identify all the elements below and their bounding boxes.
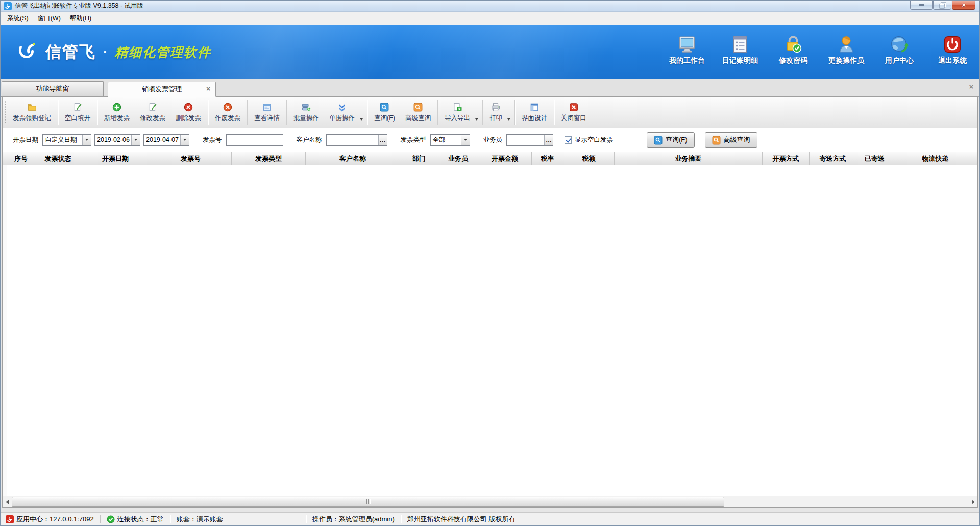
- column-header-logistics[interactable]: 物流快递: [893, 152, 977, 165]
- column-header-tax-amount[interactable]: 税额: [564, 152, 615, 165]
- tab-sales-invoice-mgmt[interactable]: 销项发票管理 ×: [108, 82, 216, 97]
- delete-circle-icon: [184, 103, 193, 112]
- toolbar-doc-ops-button[interactable]: 单据操作: [324, 98, 360, 127]
- status-separator: [100, 515, 101, 523]
- brand-dot: ·: [103, 44, 108, 60]
- toolbar-separator: [247, 100, 248, 125]
- show-blank-checkbox[interactable]: [565, 136, 572, 144]
- date-from-combobox[interactable]: 2019-02-06: [94, 134, 140, 146]
- invoice-type-dropdown-button[interactable]: [461, 135, 470, 145]
- customer-picker: …: [326, 134, 387, 146]
- column-header-sent[interactable]: 已寄送: [856, 152, 893, 165]
- banner-action-change-password[interactable]: 修改密码: [773, 35, 813, 65]
- banner-action-user-center[interactable]: 用户中心: [879, 35, 919, 65]
- doc-ops-dropdown-arrow[interactable]: [360, 98, 365, 127]
- invoice-type-combobox[interactable]: 全部: [430, 134, 470, 146]
- column-header-tax-rate[interactable]: 税率: [532, 152, 564, 165]
- column-header-seq[interactable]: 序号: [7, 152, 35, 165]
- monitor-icon: [677, 35, 697, 54]
- tabstrip-close-icon[interactable]: ×: [969, 82, 973, 91]
- restore-icon: [940, 3, 945, 7]
- advanced-query-button[interactable]: 高级查询: [705, 132, 757, 148]
- toolbar-query-button[interactable]: 查询(F): [369, 98, 400, 127]
- customer-input[interactable]: [327, 135, 378, 145]
- app-logo-icon: [4, 2, 12, 10]
- column-header-issue-method[interactable]: 开票方式: [763, 152, 810, 165]
- column-header-salesman[interactable]: 业务员: [438, 152, 478, 165]
- banner-action-exit[interactable]: 退出系统: [933, 35, 972, 65]
- close-icon: ×: [962, 2, 966, 8]
- toolbar-close-window-button[interactable]: 关闭窗口: [556, 98, 592, 127]
- salesman-lookup-button[interactable]: …: [544, 135, 553, 145]
- column-header-customer[interactable]: 客户名称: [306, 152, 400, 165]
- salesman-input[interactable]: [507, 135, 544, 145]
- restore-button[interactable]: [933, 1, 951, 10]
- tab-close-icon[interactable]: ×: [206, 85, 210, 92]
- folder-icon: [28, 103, 37, 112]
- invoice-no-label: 发票号: [203, 136, 222, 145]
- column-header-summary[interactable]: 业务摘要: [615, 152, 763, 165]
- detail-pane-icon: [262, 103, 272, 112]
- date-mode-dropdown-button[interactable]: [82, 135, 91, 145]
- date-to-dropdown-button[interactable]: [180, 135, 189, 145]
- banner-action-switch-operator[interactable]: 更换操作员: [826, 35, 866, 65]
- banner: 信管飞 · 精细化管理软件 我的工作台: [1, 25, 979, 79]
- toolbar-edit-invoice-button[interactable]: 修改发票: [135, 98, 170, 127]
- table-body[interactable]: [3, 165, 977, 496]
- import-export-dropdown-arrow[interactable]: [475, 98, 481, 127]
- scroll-left-button[interactable]: [3, 496, 12, 507]
- toolbar-import-export-button[interactable]: 导入导出: [439, 98, 475, 127]
- window-controls: ×: [910, 1, 975, 10]
- column-header-invoice-status[interactable]: 发票状态: [35, 152, 81, 165]
- column-header-invoice-no[interactable]: 发票号: [150, 152, 232, 165]
- invoice-no-input[interactable]: [226, 134, 283, 146]
- tab-function-nav[interactable]: 功能导航窗: [2, 81, 104, 96]
- scroll-right-button[interactable]: [968, 496, 977, 507]
- invoice-panel: 发票领购登记 空白填开 新增发票: [2, 97, 978, 508]
- print-dropdown-arrow[interactable]: [507, 98, 513, 127]
- check-circle-icon: [107, 515, 115, 523]
- menu-window[interactable]: 窗口(W): [33, 12, 65, 25]
- brand-name: 信管飞: [45, 41, 96, 63]
- date-to-combobox[interactable]: 2019-04-07: [143, 134, 189, 146]
- toolbar-invoice-purchase-register-button[interactable]: 发票领购登记: [8, 98, 56, 127]
- column-header-amount[interactable]: 开票金额: [478, 152, 532, 165]
- toolbar-ui-design-button[interactable]: 界面设计: [517, 98, 552, 127]
- toolbar-grip[interactable]: [4, 101, 6, 124]
- close-button[interactable]: ×: [952, 1, 975, 10]
- brand-slogan: 精细化管理软件: [115, 44, 211, 61]
- filter-bar: 开票日期 自定义日期 2019-02-06 2019-04-07 发票号 客户名…: [3, 128, 977, 152]
- column-header-send-method[interactable]: 寄送方式: [810, 152, 856, 165]
- menu-help[interactable]: 帮助(H): [65, 12, 96, 25]
- toolbar-view-detail-button[interactable]: 查看详情: [249, 98, 285, 127]
- minimize-button[interactable]: [910, 1, 933, 10]
- menu-system[interactable]: 系统(S): [3, 12, 33, 25]
- app-window: 信管飞出纳记账软件专业版 V9.1.358 - 试用版 × 系统(S) 窗口(W…: [0, 0, 980, 526]
- row-indicator-column: [3, 165, 7, 496]
- customer-lookup-button[interactable]: …: [378, 135, 387, 145]
- toolbar-delete-invoice-button[interactable]: 删除发票: [170, 98, 206, 127]
- brand-logo-icon: [16, 40, 39, 64]
- toolbar-add-invoice-button[interactable]: 新增发票: [99, 98, 135, 127]
- date-from-dropdown-button[interactable]: [131, 135, 140, 145]
- banner-action-workbench[interactable]: 我的工作台: [667, 35, 707, 65]
- scrollbar-track[interactable]: [12, 496, 968, 507]
- table-header: 序号 发票状态 开票日期 发票号 发票类型 客户名称 部门 业务员 开票金额 税…: [3, 152, 977, 165]
- toolbar-blank-fill-button[interactable]: 空白填开: [60, 98, 95, 127]
- invoice-type-label: 发票类型: [401, 136, 426, 145]
- toolbar-void-invoice-button[interactable]: 作废发票: [210, 98, 246, 127]
- triangle-right-icon: [972, 500, 974, 504]
- toolbar-advanced-query-button[interactable]: 高级查询: [400, 98, 436, 127]
- toolbar-batch-ops-button[interactable]: 批量操作: [288, 98, 324, 127]
- search-orange-icon: [413, 103, 423, 112]
- toolbar-print-button[interactable]: 打印: [484, 98, 507, 127]
- column-header-department[interactable]: 部门: [400, 152, 438, 165]
- column-header-invoice-type[interactable]: 发票类型: [232, 152, 306, 165]
- batch-db-icon: [302, 103, 311, 112]
- row-indicator-column: [3, 152, 7, 165]
- date-mode-combobox[interactable]: 自定义日期: [42, 134, 91, 146]
- banner-action-journal[interactable]: 日记账明细: [720, 35, 760, 65]
- scrollbar-thumb[interactable]: [12, 497, 724, 507]
- query-button[interactable]: 查询(F): [647, 132, 695, 148]
- column-header-invoice-date[interactable]: 开票日期: [81, 152, 150, 165]
